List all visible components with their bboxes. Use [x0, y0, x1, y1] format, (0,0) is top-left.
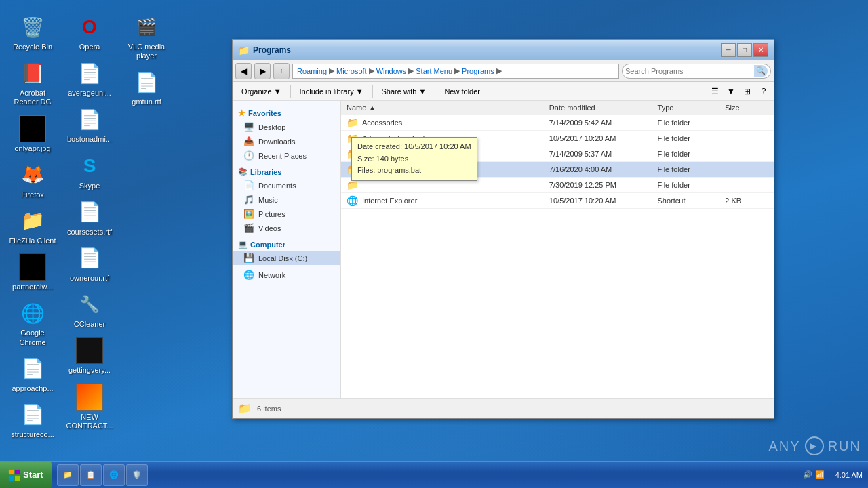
svg-rect-2: [9, 475, 14, 480]
share-with-dropdown-icon: ▼: [419, 87, 427, 96]
forward-button[interactable]: ▶: [254, 63, 271, 79]
desktop-icon-newcontract[interactable]: NEW CONTRACT...: [62, 381, 117, 433]
new-folder-button[interactable]: New folder: [438, 84, 486, 99]
back-button[interactable]: ◀: [235, 63, 252, 79]
nav-item-downloads[interactable]: 📥 Downloads: [233, 134, 340, 148]
desktop-icon-approachp[interactable]: 📄 approachp...: [5, 352, 60, 396]
local-disk-icon: 💾: [243, 253, 254, 263]
desktop-icon-coursesets[interactable]: 📄 coursesets.rtf: [62, 196, 117, 239]
desktop-icon-partneralw[interactable]: partneralw...: [5, 251, 60, 294]
include-library-button[interactable]: Include in library ▼: [294, 84, 370, 99]
tray-volume-icon[interactable]: 🔊: [803, 470, 812, 479]
status-item-count: 6 items: [257, 405, 281, 413]
taskbar-explorer-button[interactable]: 📁: [57, 464, 79, 486]
taskbar-clock[interactable]: 4:01 AM: [830, 471, 868, 479]
libraries-label: Libraries: [250, 168, 281, 176]
col-header-size[interactable]: Size: [719, 101, 774, 115]
view-dropdown-button[interactable]: ▼: [724, 84, 738, 99]
file-size-ie: 2 KB: [719, 193, 774, 209]
recycle-bin-icon: 🗑️: [19, 14, 46, 41]
nav-item-recent[interactable]: 🕐 Recent Places: [233, 148, 340, 163]
vlc-icon: 🎬: [133, 14, 160, 41]
desktop-icon-ccleaner[interactable]: 🔧 CCleaner: [62, 288, 117, 331]
minimize-button[interactable]: ─: [721, 43, 736, 57]
desktop-icon-opera[interactable]: O Opera: [62, 11, 117, 54]
ownerour-icon: 📄: [76, 245, 103, 272]
downloads-nav-icon: 📥: [243, 136, 254, 146]
computer-header[interactable]: 💻 Computer: [233, 238, 340, 251]
nav-item-desktop[interactable]: 🖥️ Desktop: [233, 120, 340, 134]
help-button[interactable]: ?: [756, 84, 771, 99]
taskbar-item-3[interactable]: 🌐: [103, 464, 125, 486]
svg-rect-3: [15, 475, 20, 480]
taskbar-item-4[interactable]: 🛡️: [126, 464, 148, 486]
col-header-type[interactable]: Type: [652, 101, 720, 115]
share-with-button[interactable]: Share with ▼: [376, 84, 433, 99]
close-button[interactable]: ✕: [753, 43, 768, 57]
desktop-icon-structureco[interactable]: 📄 structureco...: [5, 399, 60, 442]
view-list-button[interactable]: ☰: [707, 84, 722, 99]
breadcrumb-windows[interactable]: Windows: [375, 67, 408, 75]
content-area: ★ Favorites 🖥️ Desktop 📥 Downloads 🕐 Rec…: [233, 101, 774, 398]
desktop-icon-acrobat[interactable]: 📕 Acrobat Reader DC: [5, 57, 60, 109]
table-row[interactable]: 🌐 Internet Explorer 10/5/2017 10:20 AM S…: [341, 193, 774, 209]
tray-network-icon[interactable]: 📶: [815, 470, 825, 479]
breadcrumb-bar[interactable]: Roaming ▶ Microsoft ▶ Windows ▶ Start Me…: [292, 64, 619, 79]
breadcrumb-roaming[interactable]: Roaming: [296, 67, 328, 75]
restore-button[interactable]: □: [737, 43, 752, 57]
nav-item-documents[interactable]: 📄 Documents: [233, 178, 340, 192]
toolbar-separator-2: [372, 85, 373, 98]
ownerour-label: ownerour.rtf: [70, 274, 109, 283]
nav-panel: ★ Favorites 🖥️ Desktop 📥 Downloads 🕐 Rec…: [233, 101, 341, 398]
col-header-date[interactable]: Date modified: [544, 101, 652, 115]
start-button[interactable]: Start: [0, 462, 52, 489]
nav-item-local-disk[interactable]: 💾 Local Disk (C:): [233, 251, 340, 265]
nav-item-network[interactable]: 🌐 Network: [233, 268, 340, 282]
favorites-star-icon: ★: [238, 108, 245, 118]
file-date-folder5: 7/30/2019 12:25 PM: [544, 178, 652, 193]
desktop-icon-ownerour[interactable]: 📄 ownerour.rtf: [62, 242, 117, 285]
table-row[interactable]: 📁 Accessories 7/14/2009 5:42 AM File fol…: [341, 115, 774, 131]
breadcrumb-programs[interactable]: Programs: [460, 67, 496, 75]
taskbar-item-2[interactable]: 📋: [80, 464, 102, 486]
search-box[interactable]: 🔍: [622, 64, 771, 79]
desktop-icon-skype[interactable]: S Skype: [62, 150, 117, 193]
recycle-bin-label: Recycle Bin: [13, 43, 52, 52]
window-titlebar[interactable]: 📁 Programs ─ □ ✕: [233, 40, 774, 60]
breadcrumb-startmenu[interactable]: Start Menu: [414, 67, 454, 75]
organize-button[interactable]: Organize ▼: [235, 84, 288, 99]
desktop-icon-bostonadmi[interactable]: 📄 bostonadmi...: [62, 103, 117, 146]
windows-logo-icon: [8, 469, 20, 481]
desktop-icon-averageuni[interactable]: 📄 averageuni...: [62, 57, 117, 100]
nav-pictures-label: Pictures: [258, 210, 285, 218]
onlyapr-icon: [19, 115, 46, 142]
favorites-header[interactable]: ★ Favorites: [233, 106, 340, 120]
libraries-header[interactable]: 📚 Libraries: [233, 165, 340, 178]
libraries-icon: 📚: [238, 167, 248, 176]
desktop-icon-recycle-bin[interactable]: 🗑️ Recycle Bin: [5, 11, 60, 54]
view-tiles-button[interactable]: ⊞: [740, 84, 755, 99]
desktop-icon-filezilla[interactable]: 📁 FileZilla Client: [5, 205, 60, 248]
desktop-icon-gettingvery[interactable]: gettingvery...: [62, 334, 117, 378]
nav-documents-label: Documents: [258, 182, 296, 190]
desktop-icon-gmtun[interactable]: 📄 gmtun.rtf: [119, 66, 174, 109]
desktop-icon-chrome[interactable]: 🌐 Google Chrome: [5, 297, 60, 349]
nav-item-music[interactable]: 🎵 Music: [233, 192, 340, 207]
breadcrumb-microsoft[interactable]: Microsoft: [335, 67, 368, 75]
chrome-icon: 🌐: [19, 300, 46, 327]
taskbar-tray: 🔊 📶: [797, 470, 830, 479]
desktop-icon-vlc[interactable]: 🎬 VLC media player: [119, 11, 174, 63]
computer-section: 💻 Computer 💾 Local Disk (C:): [233, 238, 340, 265]
nav-videos-label: Videos: [258, 224, 281, 232]
desktop-icon-firefox[interactable]: 🦊 Firefox: [5, 159, 60, 202]
desktop-icon-onlyapr[interactable]: onlyapr.jpg: [5, 113, 60, 156]
file-type-admintools: File folder: [652, 131, 720, 146]
nav-item-videos[interactable]: 🎬 Videos: [233, 221, 340, 235]
up-button[interactable]: ↑: [273, 63, 290, 79]
bostonadmi-label: bostonadmi...: [67, 135, 112, 144]
nav-item-pictures[interactable]: 🖼️ Pictures: [233, 207, 340, 221]
search-button[interactable]: 🔍: [754, 65, 768, 77]
coursesets-label: coursesets.rtf: [67, 228, 112, 237]
col-header-name[interactable]: Name ▲: [341, 101, 544, 115]
search-input[interactable]: [625, 67, 754, 75]
